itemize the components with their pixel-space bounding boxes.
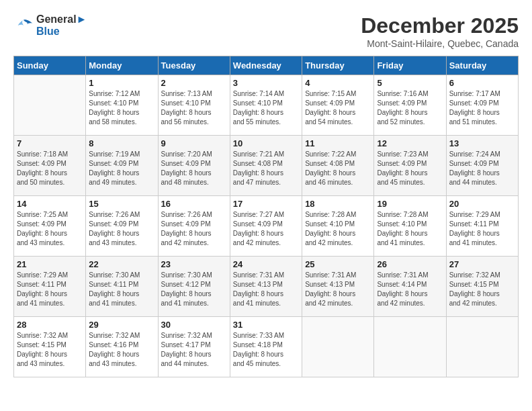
day-cell: 2Sunrise: 7:13 AM Sunset: 4:10 PM Daylig… xyxy=(158,75,230,136)
day-cell: 7Sunrise: 7:18 AM Sunset: 4:09 PM Daylig… xyxy=(14,136,86,196)
day-cell: 30Sunrise: 7:32 AM Sunset: 4:17 PM Dayli… xyxy=(158,317,230,377)
calendar-table: SundayMondayTuesdayWednesdayThursdayFrid… xyxy=(13,56,519,377)
day-info: Sunrise: 7:15 AM Sunset: 4:09 PM Dayligh… xyxy=(305,89,371,127)
day-number: 18 xyxy=(305,199,371,209)
day-number: 16 xyxy=(161,199,227,209)
day-cell xyxy=(14,75,86,136)
day-cell: 3Sunrise: 7:14 AM Sunset: 4:10 PM Daylig… xyxy=(230,75,302,136)
day-cell xyxy=(446,317,518,377)
day-info: Sunrise: 7:32 AM Sunset: 4:17 PM Dayligh… xyxy=(161,331,227,369)
day-cell: 1Sunrise: 7:12 AM Sunset: 4:10 PM Daylig… xyxy=(86,75,158,136)
header-cell-sunday: Sunday xyxy=(14,56,86,75)
header-cell-thursday: Thursday xyxy=(302,56,374,75)
day-info: Sunrise: 7:31 AM Sunset: 4:14 PM Dayligh… xyxy=(377,271,443,308)
day-number: 26 xyxy=(377,259,443,269)
day-number: 22 xyxy=(89,259,154,269)
day-number: 3 xyxy=(233,78,299,88)
day-info: Sunrise: 7:28 AM Sunset: 4:10 PM Dayligh… xyxy=(377,210,443,248)
logo-bird-icon xyxy=(13,17,34,34)
day-info: Sunrise: 7:28 AM Sunset: 4:10 PM Dayligh… xyxy=(305,210,371,248)
week-row-5: 28Sunrise: 7:32 AM Sunset: 4:15 PM Dayli… xyxy=(14,317,519,377)
location: Mont-Saint-Hilaire, Quebec, Canada xyxy=(361,38,519,49)
day-info: Sunrise: 7:29 AM Sunset: 4:11 PM Dayligh… xyxy=(17,271,83,308)
day-cell xyxy=(302,317,374,377)
day-info: Sunrise: 7:13 AM Sunset: 4:10 PM Dayligh… xyxy=(161,89,227,127)
day-info: Sunrise: 7:20 AM Sunset: 4:09 PM Dayligh… xyxy=(161,150,227,187)
day-number: 11 xyxy=(305,138,371,148)
day-cell: 9Sunrise: 7:20 AM Sunset: 4:09 PM Daylig… xyxy=(158,136,230,196)
logo: General► Blue xyxy=(13,13,87,38)
day-info: Sunrise: 7:21 AM Sunset: 4:08 PM Dayligh… xyxy=(233,150,299,187)
day-info: Sunrise: 7:17 AM Sunset: 4:09 PM Dayligh… xyxy=(449,89,515,127)
day-info: Sunrise: 7:23 AM Sunset: 4:09 PM Dayligh… xyxy=(377,150,443,187)
day-cell xyxy=(374,317,446,377)
day-number: 30 xyxy=(161,320,227,330)
day-number: 31 xyxy=(233,320,299,330)
header-cell-wednesday: Wednesday xyxy=(230,56,302,75)
page-header: General► Blue December 2025 Mont-Saint-H… xyxy=(13,13,519,49)
day-number: 29 xyxy=(89,320,154,330)
day-number: 4 xyxy=(305,78,371,88)
day-cell: 22Sunrise: 7:30 AM Sunset: 4:11 PM Dayli… xyxy=(86,257,158,317)
week-row-3: 14Sunrise: 7:25 AM Sunset: 4:09 PM Dayli… xyxy=(14,196,519,257)
title-block: December 2025 Mont-Saint-Hilaire, Quebec… xyxy=(361,13,519,49)
day-cell: 16Sunrise: 7:26 AM Sunset: 4:09 PM Dayli… xyxy=(158,196,230,257)
logo-text: General► Blue xyxy=(36,13,87,38)
day-number: 12 xyxy=(377,138,443,148)
day-number: 5 xyxy=(377,78,443,88)
day-number: 14 xyxy=(17,199,83,209)
day-info: Sunrise: 7:22 AM Sunset: 4:08 PM Dayligh… xyxy=(305,150,371,187)
day-number: 15 xyxy=(89,199,154,209)
day-info: Sunrise: 7:31 AM Sunset: 4:13 PM Dayligh… xyxy=(305,271,371,308)
day-number: 1 xyxy=(89,78,154,88)
day-cell: 11Sunrise: 7:22 AM Sunset: 4:08 PM Dayli… xyxy=(302,136,374,196)
day-info: Sunrise: 7:24 AM Sunset: 4:09 PM Dayligh… xyxy=(449,150,515,187)
day-number: 9 xyxy=(161,138,227,148)
day-number: 10 xyxy=(233,138,299,148)
day-cell: 27Sunrise: 7:32 AM Sunset: 4:15 PM Dayli… xyxy=(446,257,518,317)
day-cell: 23Sunrise: 7:30 AM Sunset: 4:12 PM Dayli… xyxy=(158,257,230,317)
day-cell: 15Sunrise: 7:26 AM Sunset: 4:09 PM Dayli… xyxy=(86,196,158,257)
day-cell: 29Sunrise: 7:32 AM Sunset: 4:16 PM Dayli… xyxy=(86,317,158,377)
header-cell-friday: Friday xyxy=(374,56,446,75)
day-cell: 14Sunrise: 7:25 AM Sunset: 4:09 PM Dayli… xyxy=(14,196,86,257)
day-number: 28 xyxy=(17,320,83,330)
day-number: 23 xyxy=(161,259,227,269)
day-number: 2 xyxy=(161,78,227,88)
day-cell: 24Sunrise: 7:31 AM Sunset: 4:13 PM Dayli… xyxy=(230,257,302,317)
day-info: Sunrise: 7:32 AM Sunset: 4:15 PM Dayligh… xyxy=(449,271,515,308)
day-info: Sunrise: 7:32 AM Sunset: 4:16 PM Dayligh… xyxy=(89,331,154,369)
day-info: Sunrise: 7:12 AM Sunset: 4:10 PM Dayligh… xyxy=(89,89,154,127)
day-info: Sunrise: 7:30 AM Sunset: 4:11 PM Dayligh… xyxy=(89,271,154,308)
day-info: Sunrise: 7:27 AM Sunset: 4:09 PM Dayligh… xyxy=(233,210,299,248)
day-cell: 17Sunrise: 7:27 AM Sunset: 4:09 PM Dayli… xyxy=(230,196,302,257)
day-info: Sunrise: 7:25 AM Sunset: 4:09 PM Dayligh… xyxy=(17,210,83,248)
day-number: 19 xyxy=(377,199,443,209)
day-info: Sunrise: 7:19 AM Sunset: 4:09 PM Dayligh… xyxy=(89,150,154,187)
day-cell: 10Sunrise: 7:21 AM Sunset: 4:08 PM Dayli… xyxy=(230,136,302,196)
day-cell: 28Sunrise: 7:32 AM Sunset: 4:15 PM Dayli… xyxy=(14,317,86,377)
day-cell: 6Sunrise: 7:17 AM Sunset: 4:09 PM Daylig… xyxy=(446,75,518,136)
day-number: 20 xyxy=(449,199,515,209)
header-row: SundayMondayTuesdayWednesdayThursdayFrid… xyxy=(14,56,519,75)
day-number: 27 xyxy=(449,259,515,269)
day-info: Sunrise: 7:31 AM Sunset: 4:13 PM Dayligh… xyxy=(233,271,299,308)
header-cell-saturday: Saturday xyxy=(446,56,518,75)
day-cell: 4Sunrise: 7:15 AM Sunset: 4:09 PM Daylig… xyxy=(302,75,374,136)
day-cell: 19Sunrise: 7:28 AM Sunset: 4:10 PM Dayli… xyxy=(374,196,446,257)
day-info: Sunrise: 7:14 AM Sunset: 4:10 PM Dayligh… xyxy=(233,89,299,127)
day-cell: 8Sunrise: 7:19 AM Sunset: 4:09 PM Daylig… xyxy=(86,136,158,196)
day-info: Sunrise: 7:33 AM Sunset: 4:18 PM Dayligh… xyxy=(233,331,299,369)
day-info: Sunrise: 7:30 AM Sunset: 4:12 PM Dayligh… xyxy=(161,271,227,308)
header-cell-monday: Monday xyxy=(86,56,158,75)
day-number: 8 xyxy=(89,138,154,148)
day-info: Sunrise: 7:29 AM Sunset: 4:11 PM Dayligh… xyxy=(449,210,515,248)
day-info: Sunrise: 7:18 AM Sunset: 4:09 PM Dayligh… xyxy=(17,150,83,187)
header-cell-tuesday: Tuesday xyxy=(158,56,230,75)
day-cell: 20Sunrise: 7:29 AM Sunset: 4:11 PM Dayli… xyxy=(446,196,518,257)
day-number: 7 xyxy=(17,138,83,148)
day-cell: 26Sunrise: 7:31 AM Sunset: 4:14 PM Dayli… xyxy=(374,257,446,317)
week-row-2: 7Sunrise: 7:18 AM Sunset: 4:09 PM Daylig… xyxy=(14,136,519,196)
day-info: Sunrise: 7:26 AM Sunset: 4:09 PM Dayligh… xyxy=(89,210,154,248)
day-cell: 21Sunrise: 7:29 AM Sunset: 4:11 PM Dayli… xyxy=(14,257,86,317)
